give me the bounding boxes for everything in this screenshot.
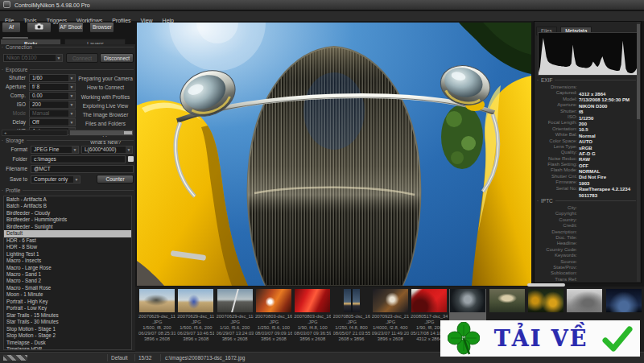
- mode-value: Manual: [32, 110, 49, 116]
- saveto-select[interactable]: Computer only ▼: [31, 175, 80, 184]
- caption-line: 1/4000, f2.8, 400: [372, 325, 409, 331]
- connect-button[interactable]: Connect: [66, 53, 98, 63]
- disconnect-button[interactable]: Disconnect: [100, 53, 134, 63]
- exposure-tab-strip[interactable]: +: [2, 130, 68, 136]
- filmstrip-scrollbar-thumb[interactable]: [527, 283, 565, 287]
- metadata-row-iso: ISO:200: [537, 114, 636, 120]
- caption-line: 08/05/07 21:03:55: [333, 331, 370, 336]
- filmstrip-item-5[interactable]: 20070803-dsc_1638.JPG1/90, f4.8, 10008/0…: [294, 289, 331, 350]
- mode-select[interactable]: Manual▼: [29, 109, 76, 118]
- af-shoot-button[interactable]: AF Shoot: [58, 22, 84, 33]
- scrollbar-thumb[interactable]: [637, 24, 640, 119]
- status-profile: Default: [111, 353, 128, 363]
- browser-button[interactable]: Browser: [89, 22, 114, 33]
- metadata-row-flash-mode: Flash Mode:Did Not Fire: [537, 167, 636, 173]
- shutter-select[interactable]: 1/60▼: [29, 74, 76, 82]
- help-link-the-image-browser[interactable]: The Image Browser: [76, 110, 135, 119]
- counter-button[interactable]: Counter: [97, 175, 134, 184]
- iso-select[interactable]: 200▼: [29, 101, 76, 109]
- comp-select[interactable]: 0.00▼: [29, 92, 76, 100]
- metadata-row-color-space: Color Space:sRGB: [537, 138, 636, 144]
- hot-rod-photo: [137, 23, 531, 286]
- metadata-scrollbar[interactable]: [637, 23, 640, 282]
- profile-item-portrait-low-key[interactable]: Portrait - Low Key: [4, 305, 131, 311]
- metadata-label: Credit:: [537, 223, 577, 229]
- format-label: Format: [2, 146, 27, 152]
- chevron-down-icon: ▼: [68, 93, 75, 99]
- profile-item-moon-1-minute[interactable]: Moon - 1 Minute: [4, 291, 131, 298]
- profile-item-lighting-test-1[interactable]: Lighting Test 1: [4, 251, 131, 258]
- left-tab-strip: Body Layers: [0, 35, 135, 44]
- profile-item-stop-motion-stage-2[interactable]: Stop Motion - Stage 2: [4, 332, 131, 339]
- profile-item-timelapse-dusk[interactable]: Timelapse - Dusk: [4, 340, 131, 346]
- thumbnail-dark-carousel: [528, 289, 564, 312]
- filmstrip-item-1[interactable]: 20070629-dsc_1139.JPG1/500, f8, 20006/29…: [138, 289, 175, 350]
- af-button[interactable]: Af: [2, 22, 21, 33]
- exposure-slider[interactable]: [69, 130, 134, 136]
- metadata-label: Color Space:: [537, 138, 577, 144]
- filmstrip-item-7[interactable]: 20070923-dsc_2115.JPG1/4000, f2.8, 40009…: [372, 289, 409, 350]
- chevron-down-icon: ▼: [68, 119, 75, 126]
- profile-item-batch-artifacts-a[interactable]: Batch - Artifacts A: [4, 196, 131, 203]
- profile-item-hdr-6-fast[interactable]: HDR - 6 Fast: [4, 237, 131, 244]
- help-link-preparing-your-camera[interactable]: Preparing your Camera: [76, 74, 135, 83]
- chevron-down-icon: ▼: [68, 101, 75, 108]
- caption-line: 1/10, f5.6, 200: [217, 325, 254, 331]
- delay-value: Off: [32, 119, 39, 125]
- filmstrip-item-3[interactable]: 20070629-dsc_1186.JPG1/10, f5.6, 20006/2…: [217, 289, 254, 350]
- help-link-working-with-profiles[interactable]: Working with Profiles: [76, 93, 135, 101]
- camera-icon: [35, 23, 43, 30]
- profile-item-macro-sand-1[interactable]: Macro - Sand 1: [4, 271, 131, 278]
- folder-field[interactable]: c:\images: [31, 155, 126, 163]
- delay-select[interactable]: Off▼: [29, 118, 76, 126]
- browse-folder-icon[interactable]: [128, 156, 134, 162]
- shutter-label: Shutter: [2, 75, 26, 80]
- four-leaf-clover-icon: [448, 322, 480, 356]
- profile-item-portrait-high-key[interactable]: Portrait - High Key: [4, 299, 131, 305]
- thumbnail-beach-truck: [139, 289, 175, 312]
- thumbnail-caption: 20070805-dsc_1674.JPG1/250, f4.8, 80008/…: [333, 314, 370, 342]
- profile-item-birdfeeder-sunlight[interactable]: Birdfeeder - Sunlight: [4, 224, 131, 230]
- metadata-label: ISO:: [537, 114, 577, 120]
- profile-item-timelapse-hdr[interactable]: Timelapse HDR: [4, 346, 131, 350]
- metadata-label: Headline:: [537, 241, 577, 246]
- profile-item-batch-artifacts-b[interactable]: Batch - Artifacts B: [4, 203, 131, 209]
- profile-item-star-trails-15-minutes[interactable]: Star Trails - 15 Minutes: [4, 312, 131, 319]
- help-link-how-to-connect[interactable]: How to Connect: [76, 83, 135, 92]
- profile-item-stop-motion-stage-1[interactable]: Stop Motion - Stage 1: [4, 326, 131, 332]
- filename-field[interactable]: @MCT: [31, 165, 134, 173]
- aperture-select[interactable]: f/ 8▼: [29, 83, 76, 91]
- profile-item-default[interactable]: Default: [4, 230, 131, 237]
- metadata-row-quality: Quality:RAW: [537, 150, 636, 155]
- profile-item-macro-insects[interactable]: Macro - Insects: [4, 258, 131, 264]
- caption-line: 20070923-dsc_2115: [372, 314, 409, 320]
- profile-item-birdfeeder-hummingbirds[interactable]: Birdfeeder - Hummingbirds: [4, 217, 131, 223]
- filmstrip-item-2[interactable]: 20070629-dsc_1181.JPG1/500, f5.6, 20006/…: [177, 289, 214, 350]
- camera-select[interactable]: Nikon D5100 ▼: [3, 54, 63, 62]
- filmstrip-item-4[interactable]: 20070803-dsc_1619.JPG1/250, f5.6, 10008/…: [255, 289, 292, 350]
- profile-item-macro-large-rose[interactable]: Macro - Large Rose: [4, 265, 131, 271]
- metadata-row-shutter-cnt: Shutter Cnt:1903: [537, 174, 636, 179]
- slider-handle[interactable]: [124, 131, 132, 134]
- size-select[interactable]: L(6000*4000) ▼: [81, 146, 133, 154]
- help-link-exploring-live-view[interactable]: Exploring Live View: [76, 101, 135, 110]
- metadata-label: White Bal:: [537, 132, 577, 138]
- profile-item-star-trails-30-minutes[interactable]: Star Trails - 30 Minutes: [4, 319, 131, 325]
- metadata-label: Shutter Cnt:: [537, 174, 577, 179]
- format-select[interactable]: JPEG Fine ▼: [31, 146, 79, 154]
- titlebar: ControlMyNikon 5.4.98.00 Pro: [0, 0, 644, 10]
- caption-line: 20070803-dsc_1638: [294, 314, 331, 320]
- profile-item-macro-sand-2[interactable]: Macro - Sand 2: [4, 278, 131, 284]
- profile-item-birdfeeder-cloudy[interactable]: Birdfeeder - Cloudy: [4, 210, 131, 217]
- help-link-files-and-folders[interactable]: Files and Folders: [76, 119, 135, 128]
- saveto-value: Computer only: [34, 176, 68, 182]
- metadata-row-sublocation: Sublocation:: [537, 270, 636, 276]
- metadata-row-headline: Headline:: [537, 241, 636, 246]
- profile-item-hdr-8-slow[interactable]: HDR - 8 Slow: [4, 244, 131, 250]
- capture-button[interactable]: [27, 22, 52, 33]
- caption-line: 2608 x 3896: [333, 336, 370, 342]
- profile-item-macro-small-rose[interactable]: Macro - Small Rose: [4, 285, 131, 291]
- filmstrip-item-6[interactable]: 20070805-dsc_1674.JPG1/250, f4.8, 80008/…: [333, 289, 370, 350]
- right-panel: Files Metadata EXIF Dimensions:4312 x 28…: [534, 21, 642, 283]
- main-toolbar: Af AF Shoot Browser Live View: [2, 22, 135, 35]
